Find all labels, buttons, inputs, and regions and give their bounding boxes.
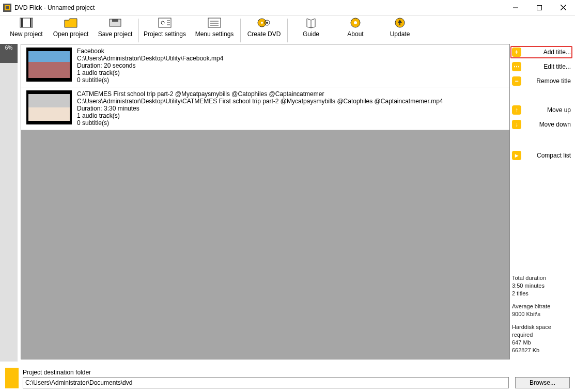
title-subtitles: 0 subtitle(s) [77,76,223,84]
svg-rect-9 [112,19,118,22]
about-button[interactable]: About [333,17,378,44]
update-button[interactable]: Update [378,17,422,44]
title-path: C:\Users\Administrator\Desktop\Utility\C… [77,98,443,105]
toolbar-separator [138,19,139,42]
save-icon [107,17,123,28]
title-audio: 1 audio track(s) [77,112,443,119]
svg-rect-6 [30,18,32,27]
close-button[interactable] [551,0,575,15]
stats-block: Total duration 3:50 minutes 2 titles Ave… [512,274,571,359]
svg-rect-1 [537,5,542,10]
title-thumbnail [26,48,72,82]
title-bar: DVD Flick - Unnamed project [0,0,575,15]
space-mb: 647 Mb [512,339,571,347]
browse-button[interactable]: Browse... [515,377,570,388]
title-duration: Duration: 20 seconds [77,62,223,69]
svg-rect-5 [21,18,23,27]
create-dvd-button[interactable]: Create DVD [242,17,286,44]
total-duration-label: Total duration [512,274,571,282]
open-folder-icon [63,17,79,28]
ellipsis-icon: ⋯ [512,62,521,71]
title-audio: 1 audio track(s) [77,69,223,76]
new-project-button[interactable]: New project [4,17,49,44]
arrow-up-icon: ↑ [512,105,521,115]
save-project-button[interactable]: Save project [93,17,137,44]
svg-point-20 [261,22,263,24]
side-panel: + Add title... ⋯ Edit title... − Remove … [512,44,575,362]
usage-meter: 6% [0,44,18,362]
title-duration: Duration: 3:30 minutes [77,105,443,112]
guide-icon [303,17,319,28]
move-down-button[interactable]: ↓ Move down [512,118,571,131]
bitrate-value: 9000 Kbit\s [512,310,571,318]
svg-point-22 [266,22,268,24]
window-title: DVD Flick - Unnamed project [14,4,504,11]
create-dvd-icon [256,17,272,28]
bitrate-label: Average bitrate [512,303,571,310]
title-name: CATMEMES First school trip part-2 @Mycat… [77,90,443,98]
minus-icon: − [512,76,521,86]
update-icon [392,17,408,28]
move-up-button[interactable]: ↑ Move up [512,104,571,116]
destination-label: Project destination folder [23,369,509,376]
toolbar-separator [287,19,288,42]
title-subtitles: 0 subtitle(s) [77,119,443,127]
space-kb: 662827 Kb [512,347,571,354]
svg-rect-15 [208,18,221,27]
menu-settings-icon [207,17,222,28]
app-icon [3,4,11,12]
project-settings-button[interactable]: Project settings [140,17,190,44]
title-path: C:\Users\Administrator\Desktop\Utility\F… [77,55,223,62]
usage-percent: 6% [0,44,18,63]
titles-list[interactable]: Facebook C:\Users\Administrator\Desktop\… [21,44,510,359]
compact-list-button[interactable]: ▸ Compact list [512,149,571,162]
plus-icon: + [512,48,521,57]
project-settings-icon [157,17,173,28]
open-project-button[interactable]: Open project [49,17,93,44]
add-title-button[interactable]: + Add title... [510,46,572,58]
menu-settings-button[interactable]: Menu settings [190,17,239,44]
minimize-button[interactable] [504,0,527,15]
space-label: Harddisk space required [512,323,571,339]
progress-stub [5,368,19,388]
svg-marker-7 [65,19,77,27]
titles-count: 2 titles [512,290,571,297]
toolbar-separator [240,19,241,42]
destination-input[interactable] [23,377,509,388]
title-row[interactable]: CATMEMES First school trip part-2 @Mycat… [21,87,509,130]
edit-title-button[interactable]: ⋯ Edit title... [512,60,571,73]
title-name: Facebook [77,48,223,55]
total-duration-value: 3:50 minutes [512,282,571,290]
guide-button[interactable]: Guide [289,17,333,44]
title-thumbnail [26,90,72,124]
toolbar: New project Open project Save project Pr… [0,15,575,44]
about-icon [348,17,363,28]
arrow-down-icon: ↓ [512,120,521,129]
compact-icon: ▸ [512,151,521,160]
svg-point-25 [354,21,357,24]
maximize-button[interactable] [527,0,551,15]
new-project-icon [19,17,34,28]
remove-title-button[interactable]: − Remove title [512,75,571,87]
title-row[interactable]: Facebook C:\Users\Administrator\Desktop\… [21,44,509,87]
